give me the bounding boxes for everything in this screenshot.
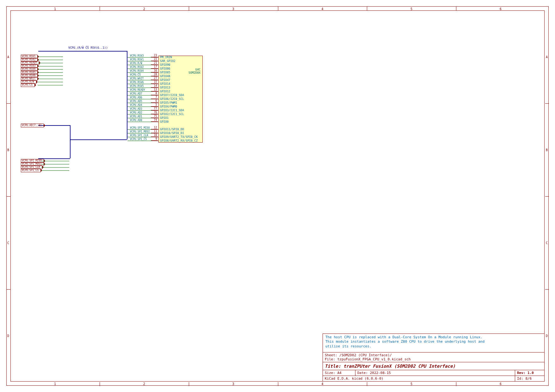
net-signal: VCPU.SPI_MOSI <box>130 130 150 133</box>
col-label: 6 <box>500 7 502 11</box>
pin-name: PM_IRIN <box>160 56 172 59</box>
net-signal: VCPU.AD3 <box>130 107 142 110</box>
net-signal: VCPU.READY <box>130 89 145 91</box>
sheet-path: Sheet: /SOM2D02 (CPU Interface)/ <box>325 353 392 357</box>
pin-number: 22 <box>151 58 158 61</box>
col-label: 5 <box>410 382 412 386</box>
pin-name: GPIO0 <box>160 120 169 123</box>
pin-number: 76 <box>151 111 158 114</box>
row-label: A <box>7 55 9 59</box>
col-label: 4 <box>321 7 323 11</box>
pin-name: GPIO85 <box>160 71 170 74</box>
net-signal: VCPU.RSV5 <box>130 85 144 88</box>
col-label: 1 <box>54 382 56 386</box>
file-path: File: tzpuFusionX_FPGA_CPU_v1_0.kicad_sc… <box>325 357 411 361</box>
net-signal: VCPU.AD4 <box>130 104 142 107</box>
col-label: 2 <box>143 7 145 11</box>
pin-name: GPIO48 <box>160 75 170 78</box>
col-label: 3 <box>232 382 234 386</box>
net-signal: VCPU.RSV3 <box>130 54 144 57</box>
component-ref: U4C <box>195 68 200 71</box>
row-label: B <box>546 148 548 152</box>
pin-name: GPIO2/I2C1_SCL <box>160 113 184 116</box>
pin-number: 9 <box>151 137 158 141</box>
row-label: D <box>7 334 9 338</box>
pin-number: 13 <box>151 88 158 91</box>
comment-line1: The host CPU is replaced with a Dual-Cor… <box>325 335 483 339</box>
pin-number: 23 <box>151 54 158 57</box>
schematic-sheet: 112233445566 AABBCCDD VCPU.(R/W̄ C̄S̄ RS… <box>6 6 549 386</box>
page-date: Date: 2022-08-15 <box>355 370 515 376</box>
pin-name: GPIO7/I2C0_SDA <box>160 94 184 97</box>
net-signal: VCPU.SPI_MISO <box>130 126 150 129</box>
pin-number: 21 <box>151 61 158 65</box>
row-label: C <box>7 241 9 245</box>
title-block: The host CPU is replaced with a Dual-Cor… <box>323 334 545 382</box>
pin-name: GPIO47 <box>160 78 170 82</box>
pin-name: GPIO13 <box>160 86 170 89</box>
net-signal: VCPU.AD1 <box>130 115 142 118</box>
pin-name: GPIO86 <box>160 67 170 70</box>
net-signal: VCPU.RSV2 <box>130 66 144 69</box>
pin-number: 16 <box>151 69 158 72</box>
net-signal: VCPU.RSV6 <box>130 81 144 84</box>
generator: KiCad E.D.A. kicad (6.0.6-0) <box>323 376 515 381</box>
col-label: 1 <box>54 7 56 11</box>
pin-name: GPIO1 <box>160 116 169 119</box>
pin-number: 8 <box>151 92 158 95</box>
pin-name: GPIO5/PWM1 <box>160 101 177 104</box>
hier-label: VCPU.CS <box>21 83 34 87</box>
inner-frame <box>10 10 545 382</box>
page-rev: Rev: 1.0 <box>515 370 544 376</box>
row-label: B <box>7 148 9 152</box>
comment-line2: This module instantiates a software Z80 … <box>325 340 484 344</box>
net-signal: VCPU.R/W̄ <box>130 62 142 65</box>
pin-name: GPIO4/PWM0 <box>160 105 177 108</box>
hier-label-bus: VCPU.AD[7..0] <box>21 124 44 127</box>
net-signal: VCPU.C̄S̄ <box>130 73 141 76</box>
component-value: SOM2D0X <box>188 71 200 74</box>
pin-name: GPIO12 <box>160 90 170 93</box>
net-signal: VCPU.SPI_CLK <box>130 134 148 137</box>
row-label: A <box>546 55 548 59</box>
page-size: Size: A4 <box>323 370 355 376</box>
pin-name: GPIO14 <box>160 82 170 85</box>
pin-number: 77 <box>151 107 158 110</box>
net-signal: VCPU.AD2 <box>130 111 142 114</box>
pin-number: 14 <box>151 84 158 88</box>
pin-number: 74 <box>151 118 158 122</box>
bus-label: VCPU.(R/W̄ C̄S̄ RSV(6..1)) <box>68 46 108 49</box>
net-signal: VCPU.AD7 <box>130 92 142 95</box>
bus-horizontal-mid <box>70 139 127 140</box>
net-signal: VCPU.RSV4 <box>130 70 144 72</box>
net-signal: VCPU.AD0 <box>130 119 142 122</box>
pin-number: 5 <box>151 103 158 107</box>
pin-number: 11 <box>151 130 158 133</box>
pin-name: GPIO10/SPI0_DI <box>160 132 184 135</box>
pin-name: GPIO3/I2C1_SDA <box>160 109 184 112</box>
title-comment: The host CPU is replaced with a Dual-Cor… <box>323 334 544 352</box>
col-label: 2 <box>143 382 145 386</box>
pin-name: GPIO11/SPI0_DO <box>160 128 184 131</box>
title-main: Title: tranZPUter FusionX (SOM2D02 CPU I… <box>323 362 544 370</box>
net-signal: VCPU.SPI_C̄S̄ <box>130 138 147 141</box>
pin-name: SAR_GPIO2 <box>160 59 176 63</box>
pin-number: 27 <box>151 77 158 80</box>
col-label: 6 <box>500 382 502 386</box>
row-label: D <box>546 334 548 338</box>
net-signal: VCPU.RSV1 <box>130 58 144 61</box>
col-label: 3 <box>232 7 234 11</box>
pin-number: 15 <box>151 80 158 84</box>
net-signal: VCPU.AD6 <box>130 96 142 99</box>
page-id: Id: 8/6 <box>515 376 544 381</box>
hier-label: VCPU.SPI_CS <box>21 168 40 172</box>
pin-name: GPIO90 <box>160 63 170 66</box>
pin-name: GPIO9/UART2_TX/SPI0_CK <box>160 135 198 138</box>
pin-number: 6 <box>151 99 158 103</box>
pin-number: 17 <box>151 65 158 69</box>
row-label: C <box>546 241 548 245</box>
net-signal: VCPU.AD5 <box>130 100 142 103</box>
col-label: 4 <box>321 382 323 386</box>
pin-name: GPIO6/I2C0_SCL <box>160 97 184 101</box>
comment-line3: utilise its resources. <box>325 344 372 348</box>
